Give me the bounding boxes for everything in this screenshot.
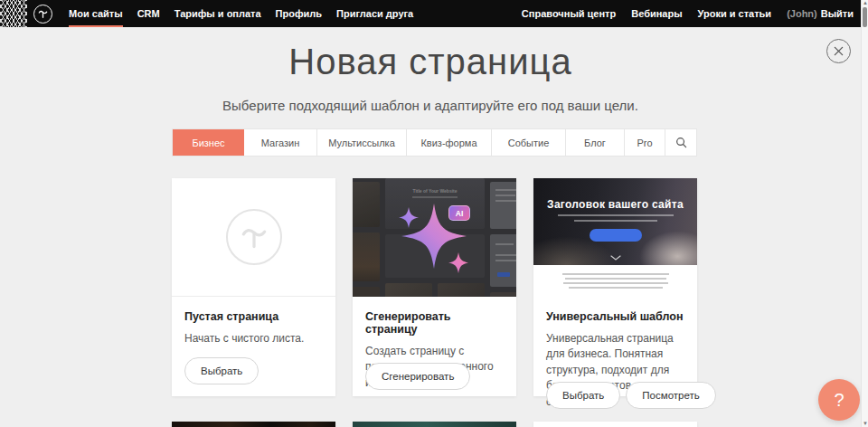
template-hero: Заголовок вашего сайта [533,178,697,265]
close-button[interactable] [826,39,851,63]
tab-blog-label: Блог [584,138,606,148]
template-text-line [562,273,669,275]
preview-template-button[interactable]: Посмотреть [626,382,715,409]
card-title: Сгенерировать страницу [365,310,504,336]
card-description: Начать с чистого листа. [184,331,323,346]
close-icon [834,46,844,56]
card-title: Пустая страница [184,310,323,323]
template-text-line [565,278,666,280]
nav-my-sites[interactable]: Мои сайты [61,0,130,27]
help-button[interactable]: ? [818,379,860,421]
tab-multilink-label: Мультиссылка [328,138,395,148]
nav-profile-label: Профиль [276,8,322,19]
new-page-modal: Мои сайты CRM Тарифы и оплата Профиль Пр… [0,0,868,427]
background-texture [0,0,27,27]
search-icon [675,137,687,148]
ai-badge: AI [448,205,470,221]
nav-crm-label: CRM [137,8,160,19]
template-text-line [569,287,663,289]
nav-profile[interactable]: Профиль [269,0,329,27]
tab-store-label: Магазин [261,138,299,148]
page-subtitle: Выберите подходящий шаблон и адаптируйте… [0,98,861,113]
template-hero-title: Заголовок вашего сайта [533,198,697,211]
card-blank-page: Пустая страница Начать с чистого листа. … [172,178,335,396]
nav-invite-friend[interactable]: Пригласи друга [329,0,420,27]
template-category-tabs: Бизнес Магазин Мультиссылка Квиз-форма С… [172,128,697,157]
tilda-logo-icon [37,8,49,20]
card-actions: Выбрать Посмотреть [546,382,716,409]
template-text-section [533,265,697,297]
nav-pricing-label: Тарифы и оплата [175,8,261,19]
tab-blog[interactable]: Блог [566,129,625,156]
nav-lessons[interactable]: Уроки и статьи [698,8,772,19]
tab-pro-label: Pro [637,138,652,148]
primary-nav: Мои сайты CRM Тарифы и оплата Профиль Пр… [61,0,420,27]
tab-business-label: Бизнес [192,138,224,148]
template-hero-line [574,220,657,222]
logout-link[interactable]: Выйти [821,8,854,19]
card-ai-generate: Title of Your Website [353,178,516,396]
tab-quiz-form-label: Квиз-форма [420,138,476,148]
tab-pro[interactable]: Pro [625,129,665,156]
tab-store[interactable]: Магазин [244,129,317,156]
card-universal-template: Заголовок вашего сайта [533,178,697,396]
user-name: (John) [787,8,817,19]
template-card-partial[interactable] [172,422,335,427]
nav-help-center[interactable]: Справочный центр [522,8,616,19]
tab-business[interactable]: Бизнес [173,129,244,156]
page-title: Новая страница [0,42,861,82]
select-blank-button[interactable]: Выбрать [184,357,259,384]
tilda-watermark-icon [238,221,270,253]
question-icon: ? [834,390,844,411]
nav-invite-friend-label: Пригласи друга [336,8,413,19]
blank-page-preview[interactable] [172,178,335,297]
user-session: (John) Выйти [787,8,854,19]
universal-template-preview[interactable]: Заголовок вашего сайта [533,178,697,297]
tab-event[interactable]: Событие [492,129,566,156]
template-text-line [563,282,668,284]
tab-quiz-form[interactable]: Квиз-форма [407,129,492,156]
chevron-down-icon [610,255,621,261]
ai-generate-info: Сгенерировать страницу Создать страницу … [353,297,516,402]
page-scrollbar[interactable]: ▲ ▼ [861,0,868,427]
template-card-partial[interactable] [533,422,697,427]
template-hero-content: Заголовок вашего сайта [533,198,697,242]
blank-page-info: Пустая страница Начать с чистого листа. … [172,297,335,396]
scroll-down-arrow[interactable]: ▼ [863,422,867,426]
scroll-up-arrow[interactable]: ▲ [863,1,867,5]
template-cards-row: Пустая страница Начать с чистого листа. … [172,178,697,396]
ai-sparkle-group: AI [353,178,516,297]
tab-multilink[interactable]: Мультиссылка [317,129,407,156]
card-title: Универсальный шаблон [546,310,684,323]
tilda-watermark [226,209,282,265]
nav-crm[interactable]: CRM [130,0,167,27]
template-card-partial[interactable] [353,422,516,427]
nav-webinars[interactable]: Вебинары [631,8,682,19]
tab-search[interactable] [665,129,696,156]
generate-button[interactable]: Сгенерировать [365,363,470,390]
select-template-button[interactable]: Выбрать [546,382,620,409]
top-navigation-bar: Мои сайты CRM Тарифы и оплата Профиль Пр… [0,0,868,27]
template-cards-row-2 [172,422,697,427]
card-actions: Сгенерировать [365,363,470,390]
template-hero-line [558,214,674,216]
scrollbar-thumb[interactable] [863,7,867,27]
universal-template-info: Универсальный шаблон Универсальная стран… [533,297,697,421]
tab-event-label: Событие [508,138,550,148]
ai-generate-preview[interactable]: Title of Your Website [353,178,516,297]
template-hero-button [590,229,642,242]
ai-sparkle-icon [353,178,516,297]
secondary-nav: Справочный центр Вебинары Уроки и статьи… [522,0,854,27]
nav-my-sites-label: Мои сайты [69,8,123,19]
nav-pricing[interactable]: Тарифы и оплата [167,0,269,27]
tilda-logo[interactable] [33,5,52,24]
card-actions: Выбрать [184,357,259,384]
